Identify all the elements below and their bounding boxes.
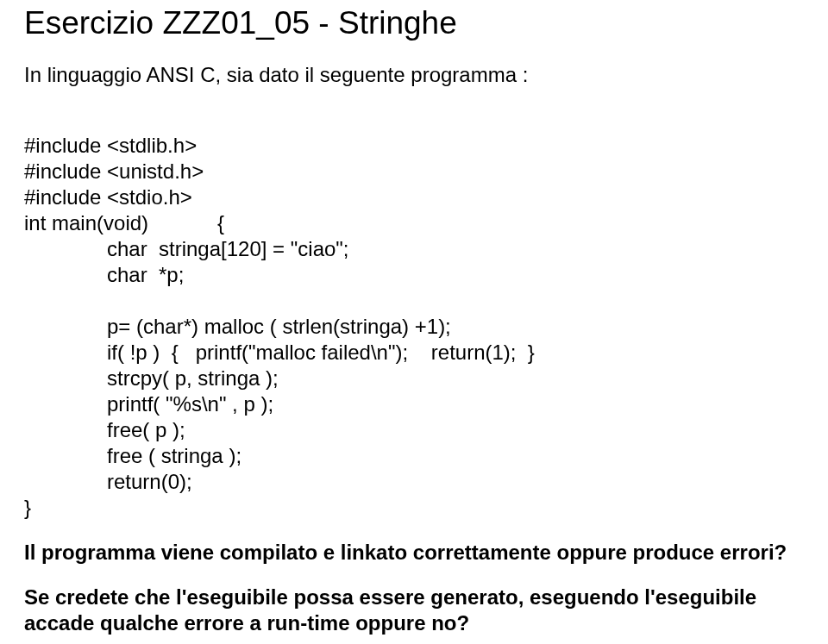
code-line: p= (char*) malloc ( strlen(stringa) +1); [24,314,451,340]
code-line: } [24,496,31,519]
question-2: Se credete che l'eseguibile possa essere… [24,585,804,636]
question-1: Il programma viene compilato e linkato c… [24,540,804,566]
code-block: #include <stdlib.h> #include <unistd.h> … [24,107,804,521]
code-line: #include <unistd.h> [24,159,204,183]
code-line: #include <stdlib.h> [24,134,197,157]
code-line: if( !p ) { printf("malloc failed\n"); re… [24,340,535,366]
code-line: strcpy( p, stringa ); [24,366,279,391]
document-page: Esercizio ZZZ01_05 - Stringhe In linguag… [0,0,828,636]
code-line: { [217,211,224,234]
code-line: free( p ); [24,417,185,443]
code-line: free ( stringa ); [24,443,242,469]
code-line: return(0); [24,469,192,495]
code-line: printf( "%s\n" , p ); [24,391,273,417]
code-line: char *p; [24,262,184,288]
page-title: Esercizio ZZZ01_05 - Stringhe [24,5,804,41]
code-line: char stringa[120] = "ciao"; [24,236,349,262]
code-line: int main(void) [24,211,148,234]
intro-paragraph: In linguaggio ANSI C, sia dato il seguen… [24,62,804,88]
code-line: #include <stdio.h> [24,185,192,209]
